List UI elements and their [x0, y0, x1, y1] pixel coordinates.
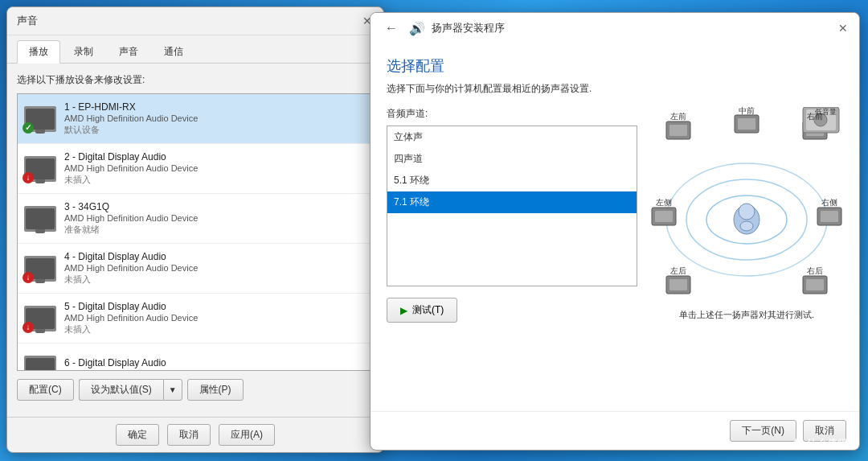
device-info-5: 5 - Digital Display Audio AMD High Defin…: [64, 301, 366, 335]
channel-7-1[interactable]: 7.1 环绕: [387, 191, 637, 213]
device-status-3: 准备就绪: [64, 224, 366, 236]
device-status-5: 未插入: [64, 323, 366, 335]
svg-rect-9: [738, 118, 755, 130]
device-icon-2: ↓: [24, 156, 56, 182]
badge-unplugged-4: ↓: [23, 272, 34, 283]
test-button[interactable]: ▶ 测试(T): [387, 298, 457, 323]
device-name-5: 5 - Digital Display Audio: [64, 301, 366, 312]
svg-rect-15: [821, 211, 838, 222]
device-icon-4: ↓: [24, 256, 56, 282]
svg-rect-17: [669, 279, 687, 290]
speaker-left-panel: 音频声道: 立体声 四声道 5.1 环绕 7.1 环绕 ▶ 测试(T): [387, 107, 637, 398]
table-row[interactable]: ↓ 5 - Digital Display Audio AMD High Def…: [18, 294, 373, 344]
play-icon: ▶: [400, 305, 407, 316]
device-name-3: 3 - 34G1Q: [64, 201, 366, 212]
device-list: ✓ 1 - EP-HDMI-RX AMD High Definition Aud…: [17, 93, 374, 371]
table-row[interactable]: 3 - 34G1Q AMD High Definition Audio Devi…: [18, 194, 373, 244]
device-icon-6: [24, 356, 56, 372]
badge-default: ✓: [23, 122, 34, 134]
device-icon-1: ✓: [24, 106, 56, 132]
sound-dialog-titlebar: 声音 ✕: [7, 7, 383, 35]
device-name-6: 6 - Digital Display Audio: [64, 357, 366, 368]
ok-button[interactable]: 确定: [116, 424, 159, 446]
channel-quad[interactable]: 四声道: [387, 148, 637, 170]
sound-dialog-footer: 确定 取消 应用(A): [7, 417, 383, 452]
cancel-button[interactable]: 取消: [167, 424, 211, 446]
properties-button[interactable]: 属性(P): [187, 379, 244, 401]
svg-text:右后: 右后: [807, 266, 823, 275]
device-name-1: 1 - EP-HDMI-RX: [64, 101, 366, 113]
svg-text:左前: 左前: [670, 112, 686, 121]
device-sub-3: AMD High Definition Audio Device: [64, 213, 366, 223]
tab-playback[interactable]: 播放: [17, 40, 60, 64]
channel-stereo[interactable]: 立体声: [387, 126, 637, 148]
device-info-3: 3 - 34G1Q AMD High Definition Audio Devi…: [64, 201, 366, 236]
table-row[interactable]: 6 - Digital Display Audio AMD High Defin…: [18, 344, 373, 371]
dialog-bottom-row: 配置(C) 设为默认值(S) ▼ 属性(P): [17, 379, 374, 407]
configure-button[interactable]: 配置(C): [17, 379, 74, 401]
svg-point-4: [739, 204, 755, 220]
device-info-2: 2 - Digital Display Audio AMD High Defin…: [64, 151, 366, 186]
sound-dialog-title: 声音: [17, 14, 38, 28]
svg-text:右侧: 右侧: [821, 198, 837, 207]
table-row[interactable]: ↓ 4 - Digital Display Audio AMD High Def…: [18, 244, 373, 294]
next-page-button[interactable]: 下一页(N): [730, 420, 796, 442]
instruction-text: 选择以下播放设备来修改设置:: [17, 73, 374, 87]
tab-record[interactable]: 录制: [62, 40, 105, 63]
device-name-2: 2 - Digital Display Audio: [64, 151, 366, 163]
speaker-diagram: 左前 中前 右前 左侧 右侧 左后 右后 低音量 单击上述任一扬声器对其进行测试…: [650, 107, 843, 398]
svg-text:左后: 左后: [670, 266, 686, 275]
channel-label: 音频声道:: [387, 107, 637, 121]
speaker-diagram-svg: 左前 中前 右前 左侧 右侧 左后 右后 低音量: [650, 107, 843, 300]
device-sub-2: AMD High Definition Audio Device: [64, 163, 366, 173]
set-default-split: 设为默认值(S) ▼: [79, 379, 182, 401]
device-status-2: 未插入: [64, 174, 366, 186]
table-row[interactable]: ✓ 1 - EP-HDMI-RX AMD High Definition Aud…: [18, 94, 373, 144]
device-info-1: 1 - EP-HDMI-RX AMD High Definition Audio…: [64, 101, 366, 136]
device-sub-4: AMD High Definition Audio Device: [64, 263, 366, 273]
device-sub-5: AMD High Definition Audio Device: [64, 313, 366, 323]
diagram-note: 单击上述任一扬声器对其进行测试.: [650, 309, 843, 321]
speaker-description: 选择下面与你的计算机配置最相近的扬声器设置.: [387, 82, 843, 96]
badge-unplugged-2: ↓: [23, 172, 34, 183]
brand-text: 值 什么值得买: [792, 437, 858, 451]
svg-text:中前: 中前: [739, 107, 755, 115]
apply-button[interactable]: 应用(A): [219, 424, 275, 446]
device-status-1: 默认设备: [64, 124, 366, 136]
device-info-6: 6 - Digital Display Audio AMD High Defin…: [64, 357, 366, 371]
badge-unplugged-5: ↓: [23, 322, 34, 333]
speaker-titlebar: ← 🔊 扬声器安装程序 ✕: [371, 13, 859, 43]
device-icon-5: ↓: [24, 306, 56, 331]
svg-rect-19: [806, 279, 824, 290]
test-label: 测试(T): [412, 303, 444, 317]
svg-rect-7: [669, 125, 687, 136]
device-status-4: 未插入: [64, 274, 366, 286]
svg-text:左侧: 左侧: [656, 198, 672, 207]
sound-dialog-tabs: 播放 录制 声音 通信: [7, 35, 383, 64]
channel-5-1[interactable]: 5.1 环绕: [387, 170, 637, 191]
set-default-arrow[interactable]: ▼: [163, 379, 182, 401]
speaker-footer: 下一页(N) 取消: [371, 411, 859, 450]
device-icon-3: [24, 206, 56, 232]
tab-sounds[interactable]: 声音: [107, 40, 150, 63]
speaker-dialog-close[interactable]: ✕: [837, 22, 850, 35]
device-info-4: 4 - Digital Display Audio AMD High Defin…: [64, 251, 366, 286]
speaker-content: 选择配置 选择下面与你的计算机配置最相近的扬声器设置. 音频声道: 立体声 四声…: [371, 43, 859, 411]
back-button[interactable]: ←: [380, 19, 403, 37]
channel-list[interactable]: 立体声 四声道 5.1 环绕 7.1 环绕: [387, 126, 637, 286]
speaker-setup-dialog: ← 🔊 扬声器安装程序 ✕ 选择配置 选择下面与你的计算机配置最相近的扬声器设置…: [370, 12, 860, 451]
table-row[interactable]: ↓ 2 - Digital Display Audio AMD High Def…: [18, 144, 373, 194]
device-name-4: 4 - Digital Display Audio: [64, 251, 366, 262]
speaker-title-left: ← 🔊 扬声器安装程序: [380, 19, 505, 37]
tab-communication[interactable]: 通信: [152, 40, 195, 63]
sound-dialog-content: 选择以下播放设备来修改设置: ✓ 1 - EP-HDMI-RX AMD High…: [7, 64, 383, 417]
speaker-dialog-title: 扬声器安装程序: [432, 21, 505, 35]
sound-dialog: 声音 ✕ 播放 录制 声音 通信 选择以下播放设备来修改设置: ✓ 1 - EP…: [6, 6, 384, 453]
svg-rect-13: [655, 211, 673, 222]
device-sub-6: AMD High Definition Audio Device: [64, 369, 366, 371]
set-default-button[interactable]: 设为默认值(S): [79, 379, 163, 401]
speaker-main: 音频声道: 立体声 四声道 5.1 环绕 7.1 环绕 ▶ 测试(T): [387, 107, 843, 398]
svg-point-5: [740, 221, 753, 231]
device-sub-1: AMD High Definition Audio Device: [64, 113, 366, 123]
svg-text:低音量: 低音量: [815, 108, 837, 116]
